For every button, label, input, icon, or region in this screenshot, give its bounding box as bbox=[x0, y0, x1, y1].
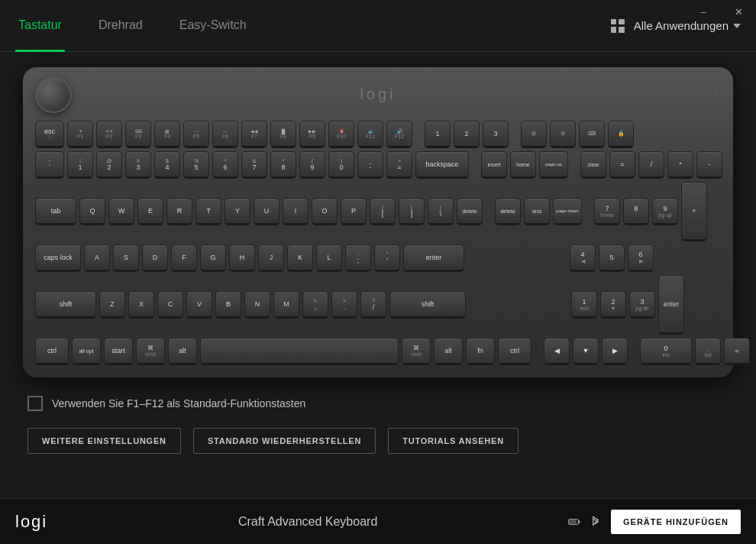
key-0[interactable]: )0 bbox=[328, 151, 354, 179]
key-rcmd[interactable]: ⌘cmd bbox=[402, 338, 431, 365]
key-f5[interactable]: —F5 bbox=[183, 121, 209, 148]
key-numpad-add[interactable]: + bbox=[681, 182, 707, 241]
key-z[interactable]: Z bbox=[99, 291, 125, 319]
key-numpad-9[interactable]: 9pg up bbox=[652, 198, 678, 225]
key-rctrl[interactable]: ctrl bbox=[498, 338, 531, 365]
tab-easy-switch[interactable]: Easy-Switch bbox=[176, 1, 250, 52]
key-lstart[interactable]: start bbox=[104, 338, 133, 365]
key-space[interactable] bbox=[200, 338, 399, 365]
key-lalt[interactable]: alt opt bbox=[72, 338, 101, 365]
key-2[interactable]: @2 bbox=[96, 151, 122, 179]
key-lalt2[interactable]: alt bbox=[168, 338, 197, 365]
key-numlock-clear[interactable]: clear bbox=[580, 151, 606, 179]
grid-icon[interactable] bbox=[611, 19, 625, 33]
key-numpad-5[interactable]: 5 bbox=[599, 244, 625, 272]
key-backslash[interactable]: |\ bbox=[428, 198, 454, 225]
key-8[interactable]: *8 bbox=[270, 151, 296, 179]
key-home[interactable]: home bbox=[510, 151, 536, 179]
key-i[interactable]: I bbox=[283, 198, 309, 225]
key-numpad-div[interactable]: / bbox=[638, 151, 664, 179]
close-button[interactable]: ✕ bbox=[721, 0, 756, 23]
key-semicolon[interactable]: :; bbox=[345, 244, 371, 272]
key-minus[interactable]: _- bbox=[357, 151, 383, 179]
key-l[interactable]: L bbox=[316, 244, 342, 272]
key-p[interactable]: P bbox=[341, 198, 367, 225]
key-f8[interactable]: ▐▌F8 bbox=[270, 121, 296, 148]
key-numpad-sub[interactable]: - bbox=[696, 151, 722, 179]
key-numpad-enter[interactable]: enter bbox=[658, 275, 684, 335]
key-slash[interactable]: ?/ bbox=[360, 291, 386, 319]
key-numpad-eq[interactable]: = bbox=[609, 151, 635, 179]
key-n[interactable]: N bbox=[244, 291, 270, 319]
key-numpad-plus2[interactable]: = bbox=[724, 338, 750, 365]
standard-wiederherstellen-button[interactable]: STANDARD WIEDERHERSTELLEN bbox=[193, 428, 376, 454]
key-lctrl[interactable]: ctrl bbox=[35, 338, 69, 365]
key-numpad-6[interactable]: 6▶ bbox=[628, 244, 654, 272]
key-j[interactable]: J bbox=[258, 244, 284, 272]
key-f11[interactable]: 🔉F11 bbox=[357, 121, 383, 148]
key-equals[interactable]: += bbox=[386, 151, 412, 179]
key-c[interactable]: C bbox=[157, 291, 183, 319]
key-3[interactable]: #3 bbox=[125, 151, 151, 179]
key-b[interactable]: B bbox=[215, 291, 241, 319]
key-f9[interactable]: ▶▶F9 bbox=[299, 121, 325, 148]
key-numpad-0[interactable]: 0ins bbox=[640, 338, 692, 365]
key-esc[interactable]: esc⬛ bbox=[35, 121, 64, 148]
fn-checkbox[interactable] bbox=[27, 396, 43, 411]
key-v[interactable]: V bbox=[186, 291, 212, 319]
key-s[interactable]: S bbox=[113, 244, 139, 272]
key-extra3[interactable]: ⌨ bbox=[579, 121, 605, 148]
tab-drehrad[interactable]: Drehrad bbox=[95, 1, 146, 52]
key-numpad-3[interactable]: 3pg dn bbox=[629, 291, 655, 319]
key-numpad-7[interactable]: 7home bbox=[594, 198, 620, 225]
key-numpad-8[interactable]: 8↑ bbox=[623, 198, 649, 225]
key-4[interactable]: $4 bbox=[154, 151, 180, 179]
add-device-button[interactable]: GERÄTE HINZUFÜGEN bbox=[611, 510, 741, 534]
key-f6[interactable]: —F6 bbox=[212, 121, 238, 148]
key-g[interactable]: G bbox=[200, 244, 226, 272]
key-r[interactable]: R bbox=[166, 198, 192, 225]
key-quote[interactable]: "' bbox=[374, 244, 400, 272]
minimize-button[interactable]: – bbox=[686, 0, 721, 23]
key-lshift[interactable]: shift bbox=[35, 291, 96, 319]
key-e[interactable]: E bbox=[137, 198, 163, 225]
dial-knob[interactable] bbox=[35, 76, 72, 113]
key-x[interactable]: X bbox=[128, 291, 154, 319]
key-d[interactable]: D bbox=[142, 244, 168, 272]
key-capslock[interactable]: caps lock bbox=[35, 244, 81, 272]
key-num3[interactable]: 3 bbox=[483, 121, 509, 148]
key-f[interactable]: F bbox=[171, 244, 197, 272]
key-lbracket[interactable]: {[ bbox=[370, 198, 396, 225]
key-h[interactable]: H bbox=[229, 244, 255, 272]
key-numpad-2[interactable]: 2▼ bbox=[600, 291, 626, 319]
key-o[interactable]: O bbox=[312, 198, 338, 225]
key-f2[interactable]: ☀☀F2 bbox=[96, 121, 122, 148]
tutorials-ansehen-button[interactable]: TUTORIALS ANSEHEN bbox=[388, 428, 519, 454]
key-extra1[interactable]: ⊞ bbox=[521, 121, 547, 148]
key-num1[interactable]: 1 bbox=[425, 121, 451, 148]
key-delete[interactable]: delete bbox=[457, 198, 483, 225]
key-numpad-1[interactable]: 1end bbox=[571, 291, 597, 319]
key-tab[interactable]: tab bbox=[35, 198, 76, 225]
key-extra2[interactable]: ⚙ bbox=[550, 121, 576, 148]
key-t[interactable]: T bbox=[195, 198, 221, 225]
key-f1[interactable]: ☀F1 bbox=[67, 121, 93, 148]
key-rbracket[interactable]: }] bbox=[399, 198, 425, 225]
key-right[interactable]: ▶ bbox=[602, 338, 628, 365]
key-tilde[interactable]: ~` bbox=[35, 151, 64, 179]
key-6[interactable]: ^6 bbox=[212, 151, 238, 179]
key-ralt[interactable]: alt bbox=[434, 338, 463, 365]
key-gt[interactable]: >. bbox=[331, 291, 357, 319]
key-down[interactable]: ▼ bbox=[573, 338, 599, 365]
key-insert[interactable]: insert bbox=[481, 151, 507, 179]
key-k[interactable]: K bbox=[287, 244, 313, 272]
key-7[interactable]: &7 bbox=[241, 151, 267, 179]
key-numpad-dot[interactable]: .del bbox=[695, 338, 721, 365]
key-f10[interactable]: 🔇F10 bbox=[328, 121, 354, 148]
key-lt[interactable]: <, bbox=[302, 291, 328, 319]
key-enter[interactable]: enter bbox=[403, 244, 464, 272]
key-rshift[interactable]: shift bbox=[389, 291, 466, 319]
key-a[interactable]: A bbox=[84, 244, 110, 272]
key-pgdn[interactable]: page down bbox=[553, 198, 582, 225]
key-f12[interactable]: 🔊F12 bbox=[386, 121, 412, 148]
